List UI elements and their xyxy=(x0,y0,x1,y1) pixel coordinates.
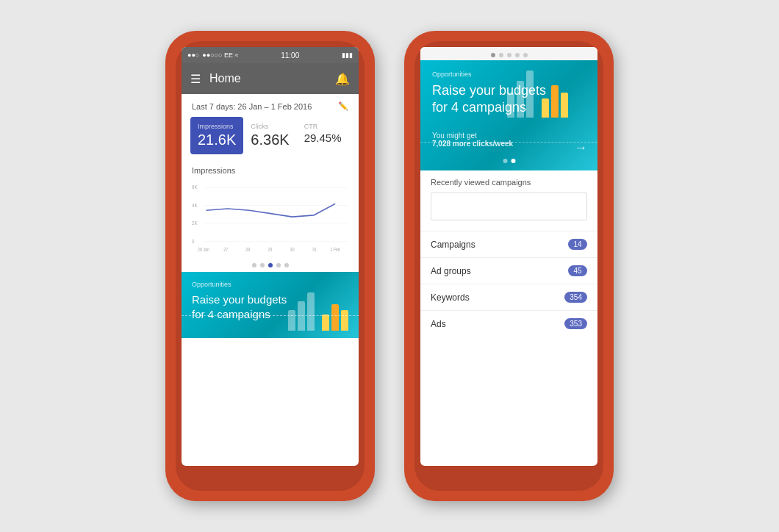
svg-text:2K: 2K xyxy=(192,220,198,226)
dot-5 xyxy=(284,263,289,267)
dot-2 xyxy=(260,263,265,267)
top-dot-4 xyxy=(515,53,520,57)
nav-title: Home xyxy=(209,72,335,85)
svg-text:0: 0 xyxy=(192,238,195,244)
edit-icon[interactable]: ✏️ xyxy=(338,101,348,111)
opps-big-bar-chart xyxy=(507,71,568,118)
impressions-chart: 6K 4K 2K 0 26 Jan xyxy=(192,179,348,253)
opps-sub: You might get7,028 more clicks/week xyxy=(432,132,586,148)
adgroups-badge: 45 xyxy=(568,265,587,276)
right-phone: Opportunities Raise your budgetsfor 4 ca… xyxy=(404,31,614,501)
left-screen: ●●○ ●●○○○ EE ≈ 11:00 ▮▮▮ ☰ Home 🔔 La xyxy=(182,47,359,466)
recent-title: Recently viewed campaigns xyxy=(431,178,587,187)
svg-text:27: 27 xyxy=(223,247,228,252)
dashed-line-big xyxy=(420,142,597,143)
list-row-adgroups[interactable]: Ad groups 45 xyxy=(420,257,597,284)
opps-arrow-icon[interactable]: → xyxy=(574,140,587,156)
svg-text:4K: 4K xyxy=(192,202,198,208)
status-bar: ●●○ ●●○○○ EE ≈ 11:00 ▮▮▮ xyxy=(182,47,359,63)
left-phone: ●●○ ●●○○○ EE ≈ 11:00 ▮▮▮ ☰ Home 🔔 La xyxy=(165,31,375,501)
campaign-box[interactable] xyxy=(431,193,587,220)
svg-text:29: 29 xyxy=(268,247,273,252)
time: 11:00 xyxy=(281,51,299,60)
dot-3 xyxy=(268,263,273,267)
list-row-campaigns[interactable]: Campaigns 14 xyxy=(420,231,597,257)
home-button-right[interactable] xyxy=(492,472,527,485)
card-dot-1 xyxy=(503,159,507,163)
svg-text:30: 30 xyxy=(290,247,295,252)
dot-4 xyxy=(276,263,281,267)
battery-icon: ▮▮▮ xyxy=(342,51,353,59)
recent-section: Recently viewed campaigns xyxy=(420,170,597,231)
dashed-line xyxy=(182,315,359,316)
bell-icon[interactable]: 🔔 xyxy=(335,72,350,86)
stat-ctr[interactable]: CTR 29.45% xyxy=(297,117,350,154)
svg-text:1 Feb: 1 Feb xyxy=(330,247,340,252)
opportunities-card-big[interactable]: Opportunities Raise your budgetsfor 4 ca… xyxy=(420,60,597,170)
opps-label: Opportunities xyxy=(192,281,348,288)
campaigns-badge: 14 xyxy=(568,239,587,250)
page-dots xyxy=(182,259,359,272)
keywords-badge: 354 xyxy=(564,292,587,303)
ads-badge: 353 xyxy=(564,318,587,329)
opportunities-card[interactable]: Opportunities Raise your budgetsfor 4 ca… xyxy=(182,272,359,338)
top-dot-1 xyxy=(491,53,495,57)
opps-bar-chart xyxy=(288,292,348,331)
date-label: Last 7 days: 26 Jan – 1 Feb 2016 xyxy=(192,102,312,111)
chart-section: Impressions 6K 4K 2K 0 xyxy=(182,162,359,259)
list-row-keywords[interactable]: Keywords 354 xyxy=(420,284,597,310)
hamburger-icon[interactable]: ☰ xyxy=(190,72,201,86)
carrier: ●●○○○ EE ≈ xyxy=(202,51,238,59)
chart-title: Impressions xyxy=(192,166,348,175)
svg-text:6K: 6K xyxy=(192,184,198,190)
stat-impressions[interactable]: Impressions 21.6K xyxy=(190,117,243,154)
svg-text:31: 31 xyxy=(312,247,317,252)
nav-bar: ☰ Home 🔔 xyxy=(182,63,359,94)
date-row: Last 7 days: 26 Jan – 1 Feb 2016 ✏️ xyxy=(182,94,359,117)
top-dot-3 xyxy=(507,53,511,57)
stats-row: Impressions 21.6K Clicks 6.36K CTR 29.45… xyxy=(190,117,350,154)
svg-text:26 Jan: 26 Jan xyxy=(198,247,209,252)
top-dot-5 xyxy=(523,53,528,57)
right-screen: Opportunities Raise your budgetsfor 4 ca… xyxy=(420,47,597,466)
svg-text:28: 28 xyxy=(245,247,250,252)
dot-1 xyxy=(252,263,256,267)
top-page-dots xyxy=(420,47,597,60)
signal-icon: ●●○ xyxy=(187,51,199,59)
chart-area: 6K 4K 2K 0 26 Jan xyxy=(192,179,348,253)
list-row-ads[interactable]: Ads 353 xyxy=(420,310,597,337)
card-dot-2 xyxy=(511,159,515,163)
home-button[interactable] xyxy=(253,472,288,485)
stat-clicks[interactable]: Clicks 6.36K xyxy=(243,117,296,154)
top-dot-2 xyxy=(499,53,503,57)
